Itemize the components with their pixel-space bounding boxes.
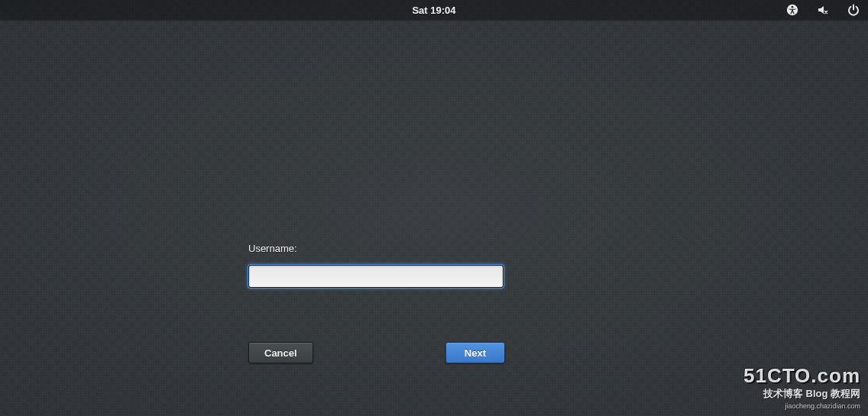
login-form: Username: bbox=[248, 243, 508, 288]
volume-muted-icon[interactable] bbox=[816, 3, 830, 17]
next-button[interactable]: Next bbox=[445, 342, 505, 363]
watermark-url: jiaocheng.chazidian.com bbox=[743, 402, 860, 410]
system-tray bbox=[785, 0, 860, 20]
login-buttons: Cancel Next bbox=[248, 342, 505, 363]
clock[interactable]: Sat 19:04 bbox=[412, 5, 455, 16]
svg-point-1 bbox=[792, 6, 794, 8]
cancel-button[interactable]: Cancel bbox=[248, 342, 313, 363]
username-label: Username: bbox=[248, 243, 508, 254]
watermark-sub: 技术博客 Blog 教程网 bbox=[743, 387, 860, 401]
username-input[interactable] bbox=[248, 265, 504, 288]
accessibility-icon[interactable] bbox=[785, 3, 799, 17]
watermark-main: 51CTO.com bbox=[743, 366, 860, 385]
watermark: 51CTO.com 技术博客 Blog 教程网 jiaocheng.chazid… bbox=[743, 366, 860, 410]
top-bar: Sat 19:04 bbox=[0, 0, 868, 20]
power-icon[interactable] bbox=[847, 3, 860, 17]
